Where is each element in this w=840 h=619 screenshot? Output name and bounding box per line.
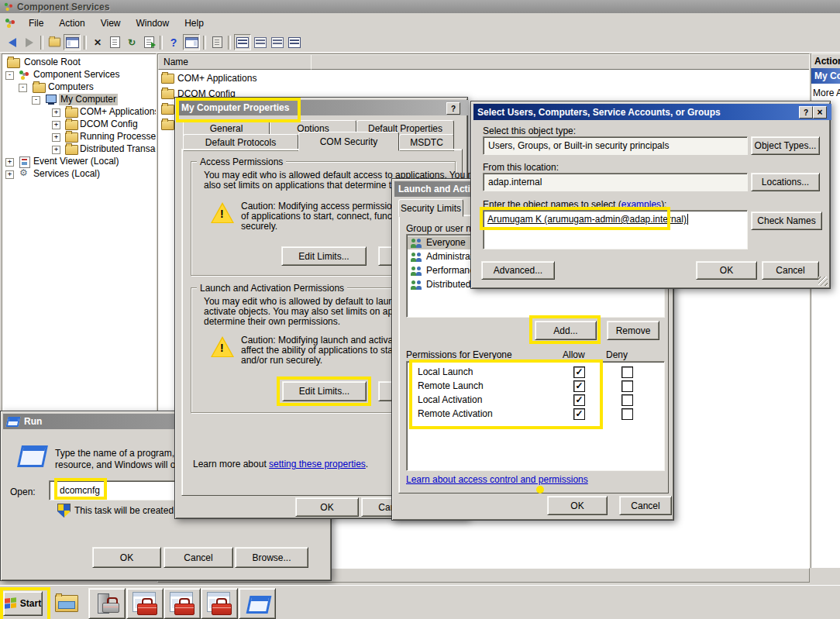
menu-help[interactable]: Help [177, 15, 212, 31]
properties-help-button[interactable]: ? [446, 102, 460, 115]
access-edit-limits-button[interactable]: Edit Limits... [281, 246, 367, 266]
tree-item-event-viewer[interactable]: Event Viewer (Local) [2, 156, 156, 168]
refresh-icon[interactable]: ↻ [124, 35, 139, 50]
run-cancel-button[interactable]: Cancel [164, 547, 233, 568]
export-list-icon[interactable] [141, 35, 157, 50]
forward-icon[interactable] [22, 35, 37, 50]
event-viewer-icon [19, 156, 30, 168]
resize-grip[interactable] [818, 277, 828, 286]
taskbar: Start [0, 585, 840, 619]
add-button[interactable]: Add... [535, 321, 597, 340]
menu-window[interactable]: Window [129, 15, 177, 31]
tree-item-component-services[interactable]: Component Services [2, 69, 156, 81]
deny-checkbox-local-activation[interactable] [621, 394, 633, 406]
tab-com-security[interactable]: COM Security [298, 132, 399, 151]
tree-expander[interactable] [5, 71, 14, 80]
menu-view[interactable]: View [93, 15, 129, 31]
large-icons-view-icon[interactable] [234, 34, 251, 50]
back-icon[interactable] [5, 35, 20, 50]
list-item-com-applications[interactable]: COM+ Applications [158, 70, 809, 86]
object-types-button[interactable]: Object Types... [751, 136, 820, 155]
up-one-level-icon[interactable] [46, 35, 62, 50]
help-icon[interactable]: ? [166, 35, 181, 50]
show-hide-action-pane-icon[interactable] [183, 34, 200, 50]
deny-checkbox-remote-activation[interactable] [621, 408, 633, 420]
tree-expander[interactable] [5, 158, 14, 167]
select-cancel-button[interactable]: Cancel [762, 261, 819, 280]
list-view-icon[interactable] [270, 35, 285, 50]
check-names-button[interactable]: Check Names [751, 211, 822, 230]
access-permissions-label: Access Permissions [197, 156, 286, 167]
tree-item-running-processes[interactable]: Running Processes [2, 131, 156, 143]
users-group-icon [410, 252, 423, 262]
folder-icon [161, 120, 174, 130]
remove-button[interactable]: Remove [607, 321, 659, 340]
deny-checkbox-local-launch[interactable] [621, 366, 633, 378]
tree-item-distributed-transaction[interactable]: Distributed Transaction Coordinator [2, 143, 156, 156]
taskbar-item-server-manager[interactable] [88, 588, 126, 619]
allow-checkbox-local-activation[interactable]: ✓ [573, 394, 585, 406]
tab-security-limits[interactable]: Security Limits [398, 199, 463, 217]
details-view-icon[interactable] [287, 35, 302, 50]
select-ok-button[interactable]: OK [696, 261, 757, 280]
properties-icon[interactable] [107, 35, 122, 50]
tree-expander[interactable] [19, 84, 27, 92]
tree-item-services[interactable]: ⚙ Services (Local) [2, 168, 156, 181]
run-ok-button[interactable]: OK [92, 547, 161, 568]
caution-icon [211, 202, 234, 223]
setting-properties-link[interactable]: setting these properties [269, 459, 366, 469]
column-header-blank[interactable] [311, 54, 810, 70]
tree-item-dcom-config[interactable]: DCOM Config [2, 119, 156, 131]
toolbar-separator [203, 36, 206, 50]
tree-expander[interactable] [52, 108, 60, 117]
tree-expander[interactable] [52, 121, 60, 129]
permission-row: Local Activation [418, 394, 482, 405]
locations-button[interactable]: Locations... [751, 173, 820, 191]
main-window-title: Component Services [17, 2, 109, 12]
start-button[interactable]: Start [3, 591, 43, 616]
taskbar-item-administrative-tools-2[interactable] [164, 588, 201, 619]
access-control-link[interactable]: Learn about access control and permissio… [406, 474, 588, 485]
small-icons-view-icon[interactable] [253, 35, 268, 50]
object-names-textarea[interactable]: Arumugam K (arumugam-admin@adap.internal… [483, 210, 748, 249]
deny-checkbox-remote-launch[interactable] [621, 380, 633, 392]
allow-checkbox-remote-launch[interactable]: ✓ [573, 380, 585, 392]
toolbar-separator [228, 36, 231, 50]
menu-action[interactable]: Action [51, 15, 92, 31]
tree-item-console-root[interactable]: Console Root [2, 57, 156, 69]
taskbar-item-run[interactable] [239, 588, 276, 619]
tree-expander[interactable] [32, 96, 40, 105]
delete-icon[interactable]: ✕ [90, 35, 105, 50]
taskbar-item-administrative-tools-1[interactable] [126, 588, 164, 619]
tree-expander[interactable] [52, 133, 60, 142]
allow-checkbox-local-launch[interactable]: ✓ [573, 366, 585, 378]
deny-column-header: Deny [606, 349, 628, 360]
actions-more-actions[interactable]: More Actions [813, 88, 840, 98]
column-header-label: Name [164, 57, 188, 67]
main-titlebar[interactable]: Component Services [0, 0, 840, 13]
launch-cancel-button[interactable]: Cancel [619, 496, 672, 515]
select-dialog-titlebar[interactable]: Select Users, Computers, Service Account… [473, 104, 831, 120]
show-hide-console-tree-icon[interactable] [64, 34, 81, 50]
tree-item-com-applications[interactable]: COM+ Applications [2, 106, 156, 119]
menu-file[interactable]: File [21, 15, 51, 31]
tree-expander[interactable] [52, 146, 60, 154]
run-browse-button[interactable]: Browse... [235, 547, 308, 568]
examples-link[interactable]: examples [621, 199, 661, 210]
tree-item-computers[interactable]: Computers [2, 81, 156, 94]
launch-edit-limits-button[interactable]: Edit Limits... [282, 381, 367, 401]
launch-ok-button[interactable]: OK [547, 496, 608, 515]
advanced-button[interactable]: Advanced... [481, 261, 555, 280]
properties-titlebar[interactable]: My Computer Properties [177, 100, 469, 115]
actions-selected-item[interactable]: My Computer [811, 68, 840, 84]
taskbar-item-windows-explorer[interactable] [49, 588, 84, 617]
taskbar-item-administrative-tools-3[interactable] [201, 588, 238, 619]
tree-item-my-computer[interactable]: My Computer [2, 94, 156, 106]
select-close-button[interactable]: × [813, 106, 827, 119]
new-window-icon[interactable] [209, 35, 225, 50]
column-header-name[interactable]: Name [158, 54, 317, 70]
tree-expander[interactable] [5, 170, 14, 179]
allow-checkbox-remote-activation[interactable]: ✓ [573, 408, 585, 420]
properties-ok-button[interactable]: OK [295, 497, 359, 517]
select-help-button[interactable]: ? [799, 106, 813, 119]
